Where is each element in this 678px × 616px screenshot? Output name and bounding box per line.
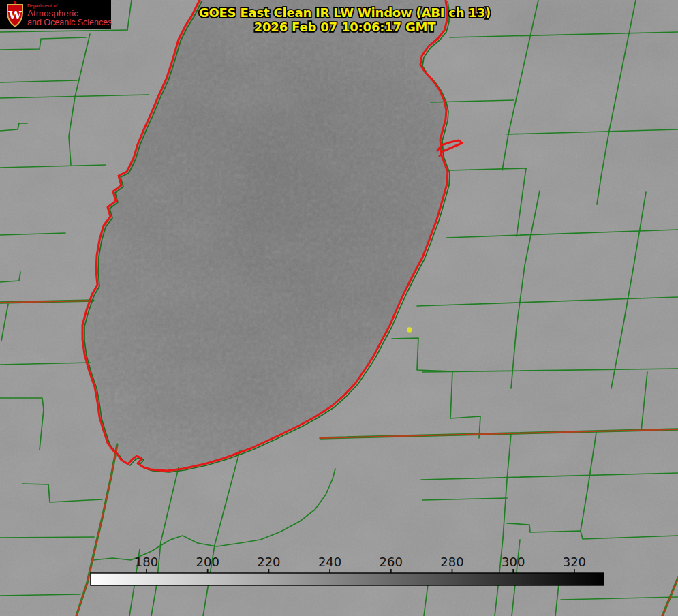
location-marker-dot xyxy=(407,327,412,333)
colorbar-tick-label: 280 xyxy=(440,555,463,569)
satellite-map: 180200220240260280300320 GOES East Clean… xyxy=(0,0,678,616)
colorbar-tick-label: 220 xyxy=(257,555,280,569)
title-line2: 2026 Feb 07 10:06:17 GMT xyxy=(254,20,437,34)
uw-aos-logo: W Department of Atmospheric and Oceanic … xyxy=(0,0,112,29)
colorbar-tick-label: 260 xyxy=(380,555,403,569)
title-line1: GOES East Clean IR LW Window (ABI ch 13) xyxy=(199,5,491,20)
colorbar-tick-label: 320 xyxy=(563,555,586,569)
colorbar-tick-label: 240 xyxy=(318,555,341,569)
satellite-viewer: 180200220240260280300320 GOES East Clean… xyxy=(0,0,678,616)
colorbar-tick-label: 200 xyxy=(196,555,219,569)
svg-text:W: W xyxy=(7,8,22,22)
logo-name-line1: Atmospheric xyxy=(27,8,78,18)
colorbar-tick-label: 180 xyxy=(135,555,158,569)
logo-name-line2: and Oceanic Sciences xyxy=(27,18,112,27)
colorbar-gradient-bar xyxy=(91,573,604,585)
colorbar-tick-label: 300 xyxy=(502,555,525,569)
